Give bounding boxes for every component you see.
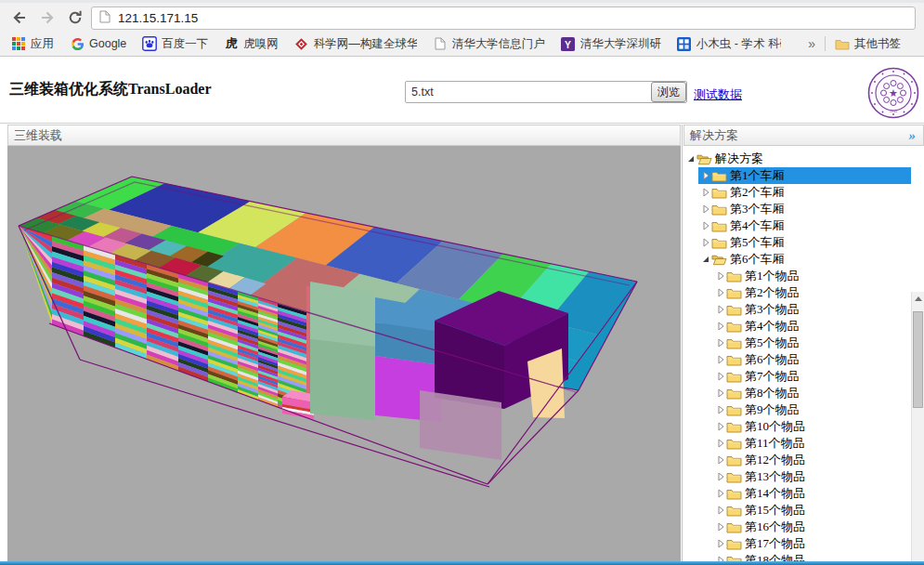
- bookmarks-overflow-chevron-icon[interactable]: »: [808, 36, 815, 51]
- tree-node[interactable]: 第11个物品: [683, 435, 911, 452]
- test-data-link[interactable]: 测试数据: [694, 86, 742, 103]
- closed-folder-icon: [711, 219, 727, 232]
- tree-node[interactable]: 第17个物品: [683, 535, 911, 552]
- file-input[interactable]: 5.txt 浏览: [405, 81, 687, 103]
- tab-strip: [0, 0, 924, 3]
- bookmark-item[interactable]: Google: [70, 36, 126, 51]
- tree-node[interactable]: 第3个车厢: [683, 201, 911, 217]
- bookmark-item[interactable]: 百度一下: [142, 36, 208, 52]
- tree-node-label: 第18个物品: [745, 552, 809, 561]
- svg-text:1911: 1911: [890, 109, 898, 113]
- header-divider: [0, 123, 924, 124]
- bookmark-label: 虎嗅网: [243, 36, 279, 52]
- tree-scrollbar[interactable]: [911, 292, 924, 561]
- collapsed-arrow-icon[interactable]: [715, 287, 726, 298]
- closed-folder-icon: [726, 403, 742, 416]
- tree-node[interactable]: 第12个物品: [683, 452, 911, 468]
- tree-node-label: 第4个车厢: [730, 217, 788, 234]
- tree-node[interactable]: 第4个车厢: [683, 217, 911, 234]
- collapsed-arrow-icon[interactable]: [715, 304, 726, 315]
- tree-node[interactable]: 第2个车厢: [683, 184, 911, 201]
- collapsed-arrow-icon[interactable]: [715, 521, 726, 532]
- tree-node[interactable]: 第1个物品: [683, 268, 911, 284]
- bookmark-item[interactable]: 科学网—构建全球华: [294, 36, 417, 52]
- address-bar[interactable]: 121.15.171.15: [91, 7, 916, 30]
- tree-node[interactable]: 第14个物品: [683, 485, 911, 502]
- bookmark-item[interactable]: Y清华大学深圳研究生院: [561, 36, 661, 52]
- collapsed-arrow-icon[interactable]: [700, 204, 711, 215]
- tree-node[interactable]: 第18个物品: [683, 552, 911, 561]
- closed-folder-icon: [726, 336, 742, 349]
- tree-node[interactable]: 第6个车厢: [683, 251, 911, 268]
- tree-node[interactable]: 第5个物品: [683, 335, 911, 351]
- collapsed-arrow-icon[interactable]: [715, 388, 726, 399]
- bookmark-item[interactable]: 清华大学信息门户: [433, 36, 545, 52]
- collapsed-arrow-icon[interactable]: [715, 354, 726, 365]
- collapsed-arrow-icon[interactable]: [715, 538, 726, 549]
- tree-node-label: 第10个物品: [745, 418, 809, 435]
- tree-node[interactable]: 第5个车厢: [683, 234, 911, 251]
- tree-node-label: 解决方案: [715, 151, 767, 167]
- collapsed-arrow-icon[interactable]: [700, 237, 711, 248]
- closed-folder-icon: [726, 269, 742, 282]
- scrollbar-up-arrow[interactable]: [912, 292, 924, 306]
- file-input-value[interactable]: 5.txt: [406, 85, 651, 99]
- collapsed-arrow-icon[interactable]: [700, 220, 711, 231]
- back-button[interactable]: [7, 7, 32, 29]
- tree-node[interactable]: 第16个物品: [683, 519, 911, 535]
- collapsed-arrow-icon[interactable]: [715, 555, 726, 561]
- tree-node-selected[interactable]: 第1个车厢: [683, 167, 911, 184]
- tree-node[interactable]: 第7个物品: [683, 368, 911, 385]
- tree-node[interactable]: 第6个物品: [683, 351, 911, 368]
- grid-icon: [677, 36, 692, 51]
- forward-button[interactable]: [35, 7, 59, 29]
- bookmark-label: Google: [89, 37, 126, 50]
- bookmark-item[interactable]: 虎虎嗅网: [224, 36, 279, 52]
- scrollbar-thumb[interactable]: [913, 311, 923, 408]
- 3d-viewport[interactable]: [7, 146, 681, 561]
- collapsed-arrow-icon[interactable]: [715, 438, 726, 449]
- closed-folder-icon: [726, 303, 742, 316]
- tree-node-label: 第8个物品: [745, 385, 803, 401]
- collapse-panel-chevron-icon[interactable]: »: [909, 126, 917, 146]
- tree-node[interactable]: 第8个物品: [683, 385, 911, 401]
- closed-folder-icon: [726, 437, 742, 450]
- bookmark-item[interactable]: 应用: [11, 36, 54, 52]
- tree-node[interactable]: 解决方案: [683, 151, 911, 167]
- other-bookmarks-button[interactable]: 其他书签: [835, 36, 901, 52]
- collapsed-arrow-icon[interactable]: [715, 270, 726, 282]
- expanded-arrow-icon[interactable]: [700, 254, 711, 265]
- collapsed-arrow-icon[interactable]: [715, 421, 726, 432]
- bookmark-label: 清华大学信息门户: [452, 36, 545, 52]
- reload-button[interactable]: [63, 7, 87, 29]
- page-icon: [99, 10, 111, 27]
- baidu-icon: [142, 36, 157, 51]
- svg-text:★: ★: [889, 87, 898, 99]
- collapsed-arrow-icon[interactable]: [715, 454, 726, 466]
- closed-folder-icon: [711, 186, 727, 199]
- collapsed-arrow-icon[interactable]: [715, 321, 726, 332]
- tree-node[interactable]: 第13个物品: [683, 468, 911, 485]
- tree-node-label: 第16个物品: [745, 519, 809, 535]
- expanded-arrow-icon[interactable]: [685, 153, 696, 164]
- tree-node[interactable]: 第3个物品: [683, 301, 911, 318]
- collapsed-arrow-icon[interactable]: [700, 187, 711, 198]
- tree-node[interactable]: 第15个物品: [683, 502, 911, 519]
- tree-node-label: 第5个物品: [745, 335, 803, 351]
- collapsed-arrow-icon[interactable]: [715, 404, 726, 415]
- tree-node[interactable]: 第9个物品: [683, 401, 911, 418]
- tree-node[interactable]: 第2个物品: [683, 284, 911, 301]
- tree-node[interactable]: 第10个物品: [683, 418, 911, 435]
- collapsed-arrow-icon[interactable]: [715, 337, 726, 348]
- tree-node-label: 第15个物品: [745, 502, 809, 519]
- tree-node[interactable]: 第4个物品: [683, 318, 911, 335]
- collapsed-arrow-icon[interactable]: [715, 505, 726, 516]
- browse-button[interactable]: 浏览: [651, 82, 686, 102]
- collapsed-arrow-icon[interactable]: [700, 170, 711, 181]
- bookmark-item[interactable]: 小木虫 - 学术 科研 第: [677, 36, 781, 52]
- url-text[interactable]: 121.15.171.15: [118, 11, 198, 25]
- collapsed-arrow-icon[interactable]: [715, 488, 726, 499]
- panel-splitter[interactable]: [682, 125, 683, 561]
- collapsed-arrow-icon[interactable]: [715, 371, 726, 382]
- collapsed-arrow-icon[interactable]: [715, 471, 726, 482]
